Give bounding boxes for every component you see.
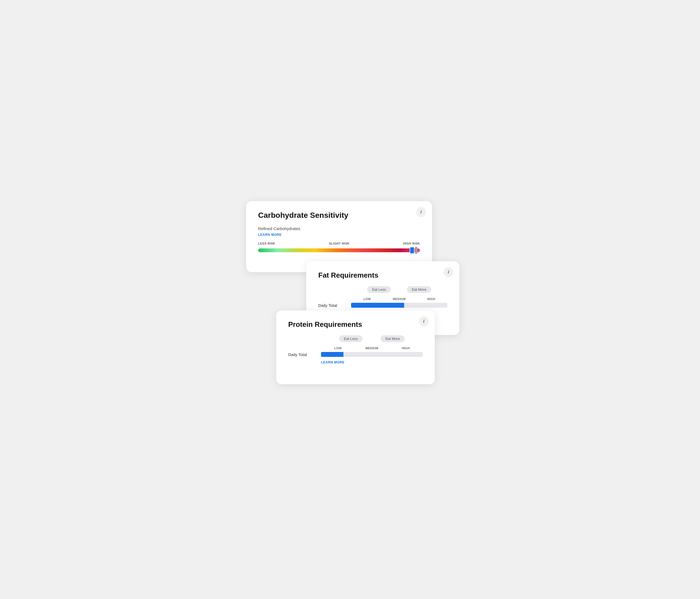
fat-badge-row: Eat Less Eat More (318, 286, 447, 293)
carb-info-button[interactable]: i (416, 207, 426, 217)
fat-col-medium: MEDIUM (383, 297, 415, 301)
fat-bar-fill (351, 303, 404, 308)
gradient-bar-container (258, 247, 420, 253)
fat-eat-less-badge: Eat Less (367, 286, 391, 293)
protein-col-high: HIGH (389, 346, 423, 350)
protein-col-low: LOW (321, 346, 355, 350)
fat-daily-total-row: Daily Total (318, 303, 447, 308)
fat-info-button[interactable]: i (444, 267, 453, 277)
fat-col-low: LOW (351, 297, 383, 301)
protein-card-title: Protein Requirements (288, 320, 423, 329)
carb-section-label: Refined Carbohydrates (258, 226, 420, 231)
protein-bar-section: LOW MEDIUM HIGH Daily Total (288, 346, 423, 357)
carb-card-title: Carbohydrate Sensitivity (258, 211, 420, 220)
fat-eat-more-badge: Eat More (407, 286, 431, 293)
fat-card-title: Fat Requirements (318, 271, 447, 280)
protein-info-button[interactable]: i (419, 316, 429, 326)
gradient-bar (258, 249, 420, 252)
protein-badge-row: Eat Less Eat More (288, 335, 423, 342)
less-risk-label: LESS RISK (258, 242, 275, 245)
protein-bar-track (321, 352, 423, 357)
protein-daily-total-row: Daily Total (288, 352, 423, 357)
fat-daily-total-label: Daily Total (318, 303, 351, 308)
fat-bar-track (351, 303, 447, 308)
gradient-marker-secondary (415, 247, 417, 254)
scene: i Carbohydrate Sensitivity Refined Carbo… (246, 201, 454, 398)
protein-card: i Protein Requirements Eat Less Eat More… (276, 310, 435, 384)
protein-col-medium: MEDIUM (355, 346, 389, 350)
fat-bar-section: LOW MEDIUM HIGH Daily Total (318, 297, 447, 308)
fat-col-high: HIGH (415, 297, 447, 301)
fat-col-labels: LOW MEDIUM HIGH (318, 297, 447, 301)
gradient-marker-primary (409, 247, 415, 254)
protein-bar-fill (321, 352, 344, 357)
protein-eat-more-badge: Eat More (381, 335, 405, 342)
protein-learn-more-link[interactable]: LEARN MORE (288, 360, 345, 364)
risk-labels-row: LESS RISK SLIGHT RISK HIGH RISK (258, 242, 420, 245)
carb-learn-more-link[interactable]: LEARN MORE (258, 233, 282, 237)
protein-col-labels: LOW MEDIUM HIGH (288, 346, 423, 350)
protein-daily-total-label: Daily Total (288, 352, 321, 357)
slight-risk-label: SLIGHT RISK (329, 242, 349, 245)
protein-eat-less-badge: Eat Less (339, 335, 363, 342)
high-risk-label: HIGH RISK (403, 242, 420, 245)
